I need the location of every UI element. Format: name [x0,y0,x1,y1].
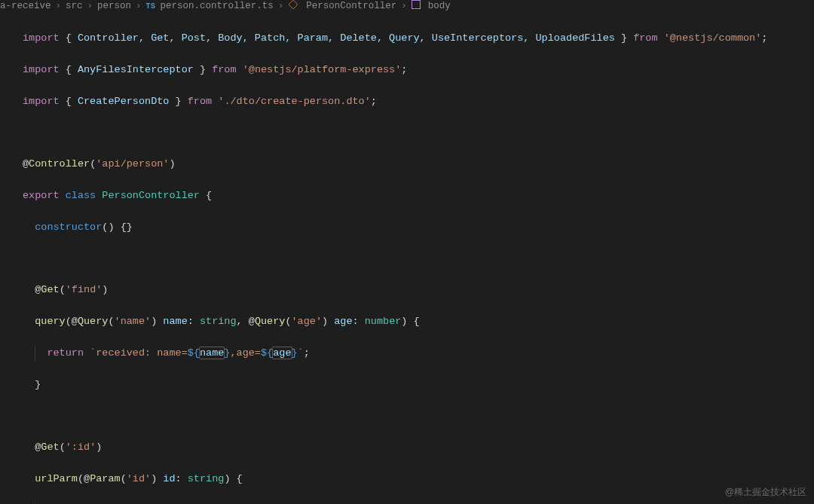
breadcrumb-method[interactable]: body [428,0,451,14]
breadcrumb-item[interactable]: a-receive [0,0,51,14]
chevron-right-icon: › [278,0,284,14]
breadcrumb-class[interactable]: PersonController [306,0,396,14]
chevron-right-icon: › [87,0,93,14]
breadcrumb-item[interactable]: src [66,0,83,14]
chevron-right-icon: › [136,0,142,14]
chevron-right-icon: › [401,0,407,14]
line-number-gutter [0,15,14,504]
breadcrumb[interactable]: a-receive › src › person › TS person.con… [0,0,814,14]
symbol-method-icon [412,0,424,14]
code-content[interactable]: import { Controller, Get, Post, Body, Pa… [14,15,814,504]
chevron-right-icon: › [56,0,62,14]
symbol-class-icon [288,0,301,14]
code-editor[interactable]: import { Controller, Get, Post, Body, Pa… [0,14,814,504]
watermark: @稀土掘金技术社区 [725,485,806,499]
breadcrumb-item[interactable]: person [97,0,131,14]
typescript-icon: TS [146,1,156,13]
breadcrumb-file[interactable]: person.controller.ts [161,0,274,14]
